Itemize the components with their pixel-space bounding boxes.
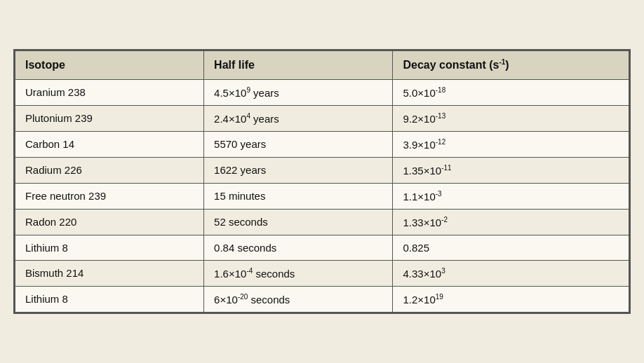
cell-half-life: 6×10-20 seconds: [204, 286, 393, 312]
table-row: Carbon 145570 years3.9×10-12: [15, 131, 629, 157]
cell-isotope: Radium 226: [15, 157, 204, 183]
table-row: Free neutron 23915 minutes1.1×10-3: [15, 183, 629, 209]
header-decay-constant: Decay constant (s-1): [393, 51, 629, 79]
table-row: Lithium 86×10-20 seconds1.2×1019: [15, 286, 629, 312]
cell-decay-constant: 4.33×103: [393, 260, 629, 286]
isotope-table-container: Isotope Half life Decay constant (s-1) U…: [13, 49, 631, 313]
isotope-table: Isotope Half life Decay constant (s-1) U…: [15, 50, 629, 312]
cell-half-life: 0.84 seconds: [204, 235, 393, 260]
cell-isotope: Lithium 8: [15, 235, 204, 260]
table-row: Radon 22052 seconds1.33×10-2: [15, 209, 629, 235]
table-row: Lithium 80.84 seconds0.825: [15, 235, 629, 260]
cell-half-life: 5570 years: [204, 131, 393, 157]
cell-decay-constant: 1.35×10-11: [393, 157, 629, 183]
table-row: Radium 2261622 years1.35×10-11: [15, 157, 629, 183]
table-row: Bismuth 2141.6×10-4 seconds4.33×103: [15, 260, 629, 286]
cell-decay-constant: 1.1×10-3: [393, 183, 629, 209]
cell-half-life: 2.4×104 years: [204, 105, 393, 131]
cell-decay-constant: 0.825: [393, 235, 629, 260]
cell-half-life: 1622 years: [204, 157, 393, 183]
cell-decay-constant: 3.9×10-12: [393, 131, 629, 157]
cell-isotope: Uranium 238: [15, 79, 204, 105]
cell-isotope: Lithium 8: [15, 286, 204, 312]
table-header-row: Isotope Half life Decay constant (s-1): [15, 51, 629, 79]
header-half-life: Half life: [204, 51, 393, 79]
table-row: Plutonium 2392.4×104 years9.2×10-13: [15, 105, 629, 131]
cell-isotope: Free neutron 239: [15, 183, 204, 209]
cell-isotope: Plutonium 239: [15, 105, 204, 131]
cell-decay-constant: 1.33×10-2: [393, 209, 629, 235]
cell-half-life: 1.6×10-4 seconds: [204, 260, 393, 286]
cell-isotope: Radon 220: [15, 209, 204, 235]
cell-isotope: Bismuth 214: [15, 260, 204, 286]
cell-decay-constant: 1.2×1019: [393, 286, 629, 312]
cell-half-life: 15 minutes: [204, 183, 393, 209]
cell-isotope: Carbon 14: [15, 131, 204, 157]
cell-half-life: 4.5×109 years: [204, 79, 393, 105]
cell-decay-constant: 5.0×10-18: [393, 79, 629, 105]
header-isotope: Isotope: [15, 51, 204, 79]
cell-half-life: 52 seconds: [204, 209, 393, 235]
cell-decay-constant: 9.2×10-13: [393, 105, 629, 131]
table-row: Uranium 2384.5×109 years5.0×10-18: [15, 79, 629, 105]
